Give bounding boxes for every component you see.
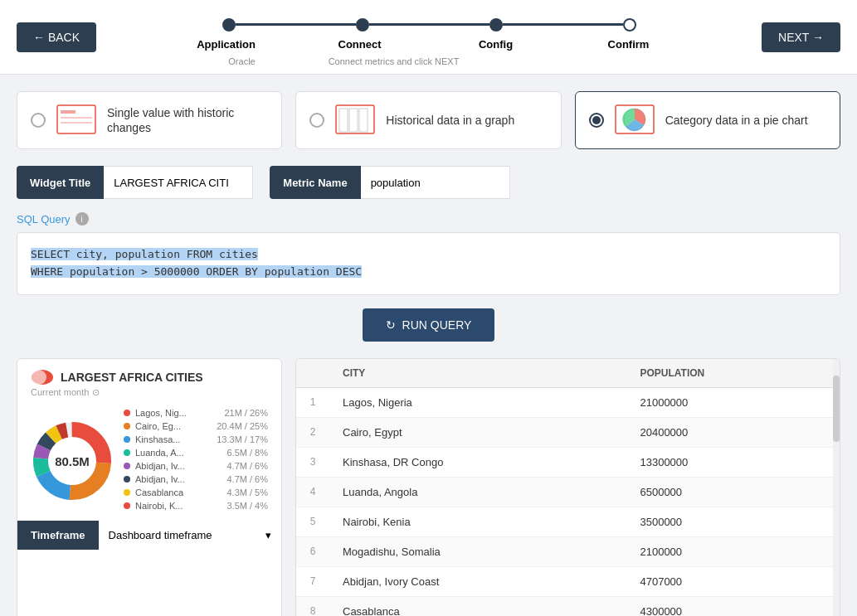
row-num: 7 [296, 566, 329, 596]
svg-rect-1 [61, 110, 75, 114]
chart-title: LARGEST AFRICA CITIES [61, 371, 203, 384]
chart-subtitle: Current month ⊙ [31, 387, 268, 398]
label-category: Category data in a pie chart [665, 113, 808, 128]
step-config [489, 18, 503, 32]
step-confirm [623, 18, 636, 32]
connector-2 [369, 23, 489, 26]
table-row: 5 Nairobi, Kenia 3500000 [296, 507, 840, 536]
legend-dot [124, 423, 130, 429]
legend-values: 4.7M / 6% [226, 474, 268, 484]
timeframe-select[interactable]: Dashboard timeframe ▾ [99, 521, 281, 550]
donut-chart: 80.5M [31, 420, 114, 502]
col-population: POPULATION [626, 359, 840, 388]
legend-item: Abidjan, Iv... 4.7M / 6% [124, 461, 268, 471]
radio-inner-category [592, 116, 601, 124]
row-num: 5 [296, 507, 329, 536]
radio-historical[interactable] [309, 113, 324, 128]
legend-name: Luanda, A... [135, 448, 222, 458]
legend-values: 4.3M / 5% [226, 487, 268, 497]
svg-point-11 [32, 370, 46, 385]
widget-type-single[interactable]: Single value with historic changes [17, 91, 282, 149]
col-num [296, 359, 329, 388]
widget-type-historical[interactable]: Historical data in a graph [295, 91, 561, 149]
row-city: Abidjan, Ivory Coast [329, 566, 626, 596]
run-query-button[interactable]: ↻ RUN QUERY [363, 308, 495, 342]
run-icon: ↻ [386, 318, 396, 332]
widget-type-category[interactable]: Category data in a pie chart [575, 91, 840, 149]
radio-category[interactable] [589, 113, 604, 128]
next-button[interactable]: NEXT → [762, 22, 840, 52]
connector-1 [236, 23, 356, 26]
legend-item: Luanda, A... 6.5M / 8% [124, 448, 268, 458]
svg-rect-3 [61, 122, 92, 124]
legend-values: 13.3M / 17% [217, 434, 268, 444]
table-row: 1 Lagos, Nigeria 21000000 [296, 387, 840, 417]
legend-name: Cairo, Eg... [135, 421, 212, 431]
step-sub-connect: Connect metrics and click NEXT [315, 56, 473, 66]
metric-name-input[interactable] [361, 166, 510, 199]
svg-rect-5 [339, 109, 348, 132]
step-label-confirm: Confirm [596, 38, 662, 51]
form-row: Widget Title Metric Name [17, 166, 840, 199]
back-button[interactable]: ← BACK [17, 22, 96, 52]
sql-query-box[interactable]: SELECT city, population FROM cities WHER… [17, 232, 840, 295]
chart-body: 80.5M Lagos, Nig... 21M / 26% Cairo, Eg.… [17, 401, 281, 521]
label-historical: Historical data in a graph [386, 113, 514, 128]
icon-historical [334, 104, 376, 137]
bottom-split: LARGEST AFRICA CITIES Current month ⊙ [17, 358, 840, 616]
row-city: Kinshasa, DR Congo [329, 447, 626, 477]
legend-dot [124, 449, 130, 456]
step-label-config: Config [466, 38, 526, 51]
scrollbar-thumb [833, 376, 840, 442]
step-label-connect: Connect [323, 38, 397, 51]
info-icon: i [75, 212, 89, 226]
legend-name: Kinshasa... [135, 434, 212, 444]
row-city: Cairo, Egypt [329, 417, 626, 447]
row-num: 1 [296, 387, 329, 417]
table-row: 8 Casablanca 4300000 [296, 596, 840, 616]
icon-single [56, 104, 97, 137]
legend-values: 3.5M / 4% [226, 501, 268, 511]
svg-rect-4 [336, 105, 374, 133]
row-num: 3 [296, 447, 329, 477]
legend-values: 4.7M / 6% [226, 461, 268, 471]
legend-dot [124, 410, 130, 416]
label-single: Single value with historic changes [107, 105, 268, 135]
row-num: 4 [296, 477, 329, 507]
step-circle-config [489, 18, 503, 32]
widget-title-label: Widget Title [17, 166, 104, 199]
run-query-row: ↻ RUN QUERY [17, 308, 840, 342]
chevron-down-icon: ▾ [265, 529, 271, 541]
scrollbar[interactable] [833, 359, 840, 616]
icon-category [614, 104, 655, 137]
table-row: 4 Luanda, Angola 6500000 [296, 477, 840, 507]
legend-dot [124, 436, 130, 443]
row-population: 3500000 [626, 507, 840, 536]
timeframe-bar: Timeframe Dashboard timeframe ▾ [17, 521, 281, 550]
legend-values: 20.4M / 25% [217, 421, 268, 431]
svg-rect-0 [57, 105, 95, 133]
legend-values: 6.5M / 8% [226, 448, 268, 458]
donut-center-value: 80.5M [55, 454, 90, 468]
row-population: 20400000 [626, 417, 840, 447]
chart-header: LARGEST AFRICA CITIES Current month ⊙ [17, 359, 281, 401]
row-city: Casablanca [329, 596, 626, 616]
table-row: 6 Mogadishu, Somalia 2100000 [296, 536, 840, 566]
widget-title-input[interactable] [104, 166, 253, 199]
radio-single[interactable] [31, 113, 46, 128]
header: ← BACK [0, 0, 857, 75]
svg-rect-2 [61, 117, 92, 119]
row-city: Lagos, Nigeria [329, 387, 626, 417]
row-population: 4300000 [626, 596, 840, 616]
stepper: Application Connect Config Confirm [96, 18, 762, 56]
col-city: CITY [329, 359, 626, 388]
row-population: 13300000 [626, 447, 840, 477]
step-circle-connect [356, 18, 369, 32]
legend-item: Cairo, Eg... 20.4M / 25% [124, 421, 268, 431]
legend-dot [124, 489, 130, 496]
row-city: Nairobi, Kenia [329, 507, 626, 536]
legend-item: Casablanca 4.3M / 5% [124, 487, 268, 497]
chart-title-row: LARGEST AFRICA CITIES [31, 369, 268, 386]
data-table: CITY POPULATION 1 Lagos, Nigeria 2100000… [296, 359, 840, 616]
legend-item: Kinshasa... 13.3M / 17% [124, 434, 268, 444]
